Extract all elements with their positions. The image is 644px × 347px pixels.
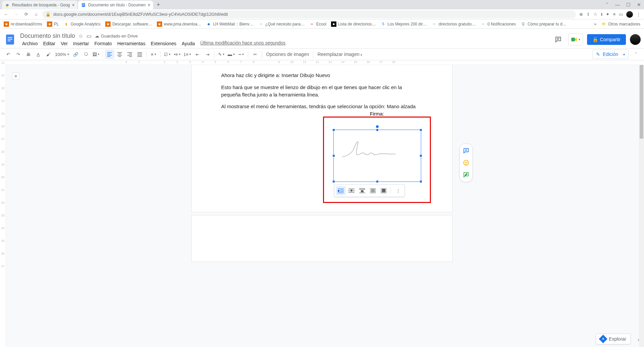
crop-button[interactable]: ✂ bbox=[250, 50, 260, 59]
share-button[interactable]: 🔒 Compartir bbox=[587, 34, 626, 45]
collapse-chevron-icon[interactable]: ‹ bbox=[638, 337, 639, 342]
border-color-button[interactable]: ✎ bbox=[216, 50, 226, 59]
bookmark-item[interactable]: ■Descargar, software… bbox=[104, 21, 154, 27]
last-modified[interactable]: Última modificación hace unos segundos bbox=[200, 40, 285, 47]
browser-tab-1[interactable]: Resultados de búsqueda - Goog × bbox=[2, 1, 77, 9]
checklist-button[interactable]: ☑ bbox=[163, 50, 172, 59]
bookmark-item[interactable]: ■www.pma.downloa… bbox=[155, 21, 203, 27]
chrome-menu-icon[interactable]: ⋮ bbox=[636, 12, 641, 17]
account-avatar[interactable] bbox=[630, 34, 641, 45]
wrap-inline-button[interactable] bbox=[336, 186, 346, 195]
insert-image-button[interactable]: 🖼 bbox=[91, 50, 101, 59]
editing-mode-button[interactable]: ✎ Edición bbox=[592, 50, 629, 59]
resize-handle[interactable] bbox=[332, 129, 335, 131]
bullet-list-button[interactable]: •≡ bbox=[173, 50, 182, 59]
wrap-break-button[interactable] bbox=[357, 186, 367, 195]
indent-button[interactable]: ⇥ bbox=[203, 50, 212, 59]
tab-close-icon[interactable]: × bbox=[72, 2, 75, 8]
paint-format-button[interactable]: 🖌 bbox=[44, 50, 53, 59]
border-weight-button[interactable]: ▬ bbox=[227, 50, 236, 59]
outline-toggle-icon[interactable]: ≡ bbox=[12, 72, 19, 80]
scrollbar-thumb[interactable] bbox=[640, 65, 643, 139]
menu-archivo[interactable]: Archivo bbox=[20, 40, 40, 47]
document-title[interactable]: Documento sin título bbox=[20, 32, 75, 40]
back-button[interactable]: ← bbox=[2, 10, 10, 18]
tab-close-icon[interactable]: × bbox=[147, 2, 150, 8]
bookmark-item[interactable]: ○0 Notificaciones bbox=[479, 21, 518, 27]
border-dash-button[interactable]: ┅ bbox=[237, 50, 246, 59]
bookmark-overflow[interactable]: » bbox=[592, 21, 598, 27]
vertical-scrollbar[interactable] bbox=[639, 65, 644, 347]
add-comment-fab[interactable] bbox=[461, 146, 471, 156]
menu-formato[interactable]: Formato bbox=[92, 40, 114, 47]
add-comment-button[interactable]: 🗨 bbox=[81, 50, 90, 59]
menu-ayuda[interactable]: Ayuda bbox=[180, 40, 197, 47]
bookmark-item[interactable]: SLos Mejores 200 dir… bbox=[379, 21, 429, 27]
sidepanel-icon[interactable]: ▭ bbox=[619, 12, 623, 17]
home-button[interactable]: ⌂ bbox=[32, 10, 40, 18]
hide-menus-button[interactable]: ˆ bbox=[631, 50, 641, 59]
wrap-behind-button[interactable] bbox=[368, 186, 378, 195]
menu-ver[interactable]: Ver bbox=[59, 40, 70, 47]
bookmark-item[interactable]: QCómo preparar tu d… bbox=[519, 21, 568, 27]
share-url-icon[interactable]: ⇪ bbox=[586, 12, 590, 17]
align-center-button[interactable] bbox=[115, 50, 124, 59]
redo-button[interactable]: ↷ bbox=[13, 50, 23, 59]
number-list-button[interactable]: 1≡ bbox=[183, 50, 192, 59]
undo-button[interactable]: ↶ bbox=[3, 50, 13, 59]
move-icon[interactable]: ▭ bbox=[86, 33, 91, 39]
resize-handle[interactable] bbox=[376, 129, 379, 131]
star-icon[interactable]: ☆ bbox=[78, 33, 83, 39]
resize-handle[interactable] bbox=[332, 154, 335, 157]
replace-image-button[interactable]: Reemplazar imagen bbox=[315, 52, 364, 57]
resize-handle[interactable] bbox=[420, 154, 422, 157]
selected-image-frame[interactable] bbox=[333, 130, 421, 182]
menu-editar[interactable]: Editar bbox=[41, 40, 58, 47]
bookmark-item[interactable]: ■Lista de directorios… bbox=[329, 21, 378, 27]
resize-handle[interactable] bbox=[420, 129, 422, 131]
link-button[interactable]: 🔗 bbox=[71, 50, 80, 59]
bookmark-item[interactable]: ▮Google Analytics bbox=[62, 21, 102, 27]
resize-handle[interactable] bbox=[376, 180, 379, 183]
comments-icon[interactable] bbox=[552, 33, 564, 46]
rotate-handle[interactable] bbox=[376, 125, 379, 128]
reload-button[interactable]: ⟳ bbox=[22, 10, 30, 18]
spellcheck-button[interactable]: A bbox=[34, 50, 43, 59]
new-tab-button[interactable]: + bbox=[154, 0, 163, 9]
bookmark-item[interactable]: ◆LH WebMail :: Bienv… bbox=[204, 21, 255, 27]
suggest-edit-fab[interactable] bbox=[461, 170, 471, 180]
menu-herramientas[interactable]: Herramientas bbox=[115, 40, 147, 47]
other-bookmarks[interactable]: 📁Otros marcadores bbox=[599, 21, 642, 27]
reading-list-icon[interactable]: ≡ bbox=[613, 12, 616, 17]
url-field[interactable]: 🔒 docs.google.com/document/d/1ExqiB5nE8d… bbox=[42, 10, 576, 18]
document-page[interactable]: Ahora haz clic y dirigirte a: Insertar D… bbox=[191, 65, 453, 212]
resize-handle[interactable] bbox=[332, 180, 335, 183]
menu-insertar[interactable]: Insertar bbox=[71, 40, 91, 47]
window-close-icon[interactable]: ✕ bbox=[636, 2, 642, 8]
line-spacing-button[interactable]: ≡ bbox=[149, 50, 158, 59]
bookmark-item[interactable]: ○directorios gratuito… bbox=[430, 21, 477, 27]
chrome-menu-chevron[interactable]: ˅ bbox=[604, 2, 610, 8]
bookmark-item[interactable]: ■re:download//cms bbox=[2, 21, 44, 27]
outdent-button[interactable]: ⇤ bbox=[193, 50, 202, 59]
explore-button[interactable]: Explorar bbox=[596, 334, 631, 344]
align-left-button[interactable] bbox=[105, 50, 114, 59]
align-right-button[interactable] bbox=[125, 50, 134, 59]
wrap-front-button[interactable] bbox=[379, 186, 389, 195]
align-justify-button[interactable] bbox=[135, 50, 144, 59]
zoom-select[interactable]: 100% bbox=[57, 50, 67, 59]
window-maximize-icon[interactable]: ☐ bbox=[625, 2, 631, 8]
extensions-icon[interactable]: ✦ bbox=[606, 12, 609, 17]
i-icon[interactable]: I bbox=[601, 12, 602, 17]
forward-button[interactable]: → bbox=[12, 10, 20, 18]
star-bookmark-icon[interactable]: ☆ bbox=[593, 12, 597, 17]
bookmark-item[interactable]: ○¿Qué necesito para… bbox=[256, 21, 306, 27]
add-emoji-fab[interactable] bbox=[461, 158, 471, 168]
resize-handle[interactable] bbox=[420, 180, 422, 183]
document-page-2[interactable] bbox=[191, 215, 453, 262]
meet-button[interactable]: ▾ bbox=[568, 33, 583, 46]
docs-logo-icon[interactable] bbox=[3, 33, 17, 46]
image-options-button[interactable]: Opciones de imagen bbox=[264, 52, 311, 57]
menu-extensiones[interactable]: Extensiones bbox=[149, 40, 178, 47]
window-minimize-icon[interactable]: — bbox=[615, 2, 621, 8]
